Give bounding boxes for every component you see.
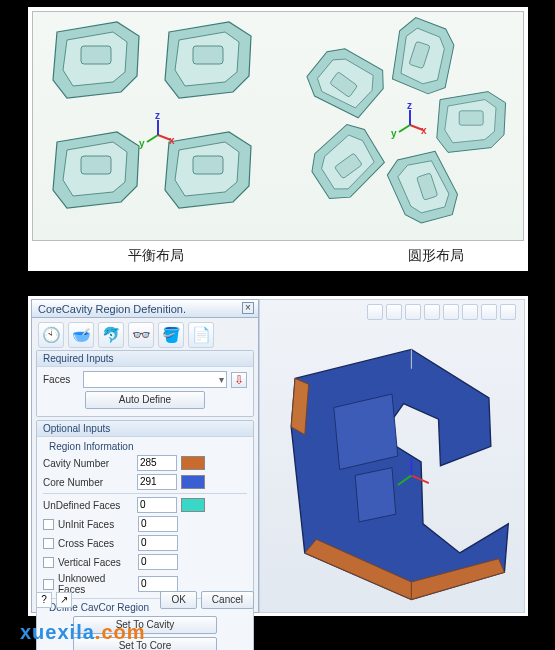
top-figure: x y z x y z 平衡布局 圆形布局 bbox=[28, 7, 528, 271]
svg-line-5 bbox=[399, 125, 410, 132]
core-number-value: 291 bbox=[137, 474, 177, 490]
dialog-toolbar: 🕙 🥣 🐬 👓 🪣 📄 bbox=[32, 318, 258, 350]
region-info-header: Region Information bbox=[49, 441, 247, 452]
close-icon[interactable]: × bbox=[242, 302, 254, 314]
footer-help-icon[interactable]: ? bbox=[36, 592, 52, 608]
watermark: xuexila.com bbox=[20, 621, 146, 644]
mini-tool-5[interactable] bbox=[443, 304, 459, 320]
toolbar-icon-4[interactable]: 👓 bbox=[128, 322, 154, 348]
cross-label: Cross Faces bbox=[58, 538, 134, 549]
faces-select[interactable] bbox=[83, 371, 227, 388]
vertical-label: Vertical Faces bbox=[58, 557, 134, 568]
unknown-value: 0 bbox=[138, 576, 178, 592]
viewport-3d[interactable] bbox=[259, 299, 525, 613]
toolbar-icon-5[interactable]: 🪣 bbox=[158, 322, 184, 348]
dialog-title-bar[interactable]: CoreCavity Region Defenition. × bbox=[32, 300, 258, 318]
ok-button[interactable]: OK bbox=[160, 591, 196, 609]
bottom-figure: CoreCavity Region Defenition. × 🕙 🥣 🐬 👓 … bbox=[28, 296, 528, 616]
mini-tool-3[interactable] bbox=[405, 304, 421, 320]
model-3d-view bbox=[266, 330, 518, 601]
core-color-swatch[interactable] bbox=[181, 475, 205, 489]
cancel-button[interactable]: Cancel bbox=[201, 591, 254, 609]
core-number-label: Core Number bbox=[43, 477, 133, 488]
vertical-checkbox[interactable] bbox=[43, 557, 54, 568]
required-header: Required Inputs bbox=[37, 351, 253, 367]
unknown-checkbox[interactable] bbox=[43, 579, 54, 590]
toolbar-icon-2[interactable]: 🥣 bbox=[68, 322, 94, 348]
vertical-value: 0 bbox=[138, 554, 178, 570]
footer-arrow-icon[interactable]: ↗ bbox=[56, 592, 72, 608]
cross-value: 0 bbox=[138, 535, 178, 551]
mini-tool-1[interactable] bbox=[367, 304, 383, 320]
watermark-text2: .com bbox=[95, 621, 146, 643]
undefined-faces-label: UnDefined Faces bbox=[43, 500, 133, 511]
cross-checkbox[interactable] bbox=[43, 538, 54, 549]
dialog-footer: ? ↗ OK Cancel bbox=[36, 591, 254, 609]
label-circular: 圆形布局 bbox=[408, 247, 464, 265]
mini-tool-4[interactable] bbox=[424, 304, 440, 320]
cavity-number-value: 285 bbox=[137, 455, 177, 471]
mini-tool-2[interactable] bbox=[386, 304, 402, 320]
faces-label: Faces bbox=[43, 374, 79, 385]
corecavity-dialog: CoreCavity Region Defenition. × 🕙 🥣 🐬 👓 … bbox=[31, 299, 259, 613]
faces-drop-icon[interactable]: ⇩ bbox=[231, 372, 247, 388]
mini-tool-6[interactable] bbox=[462, 304, 478, 320]
svg-line-2 bbox=[147, 135, 158, 142]
coord-axes-right: x y z bbox=[395, 110, 425, 140]
watermark-text1: xuexila bbox=[20, 621, 95, 643]
optional-inputs-group: Optional Inputs Region Information Cavit… bbox=[36, 420, 254, 650]
toolbar-icon-6[interactable]: 📄 bbox=[188, 322, 214, 348]
undefined-color-swatch[interactable] bbox=[181, 498, 205, 512]
undefined-faces-value: 0 bbox=[137, 497, 177, 513]
cavity-color-swatch[interactable] bbox=[181, 456, 205, 470]
uninit-value: 0 bbox=[138, 516, 178, 532]
toolbar-icon-1[interactable]: 🕙 bbox=[38, 322, 64, 348]
mini-tool-7[interactable] bbox=[481, 304, 497, 320]
uninit-checkbox[interactable] bbox=[43, 519, 54, 530]
auto-define-button[interactable]: Auto Define bbox=[85, 391, 205, 409]
optional-header: Optional Inputs bbox=[37, 421, 253, 437]
coord-axes-left: x y z bbox=[143, 120, 173, 150]
label-balanced: 平衡布局 bbox=[128, 247, 184, 265]
viewport-mini-toolbar bbox=[367, 304, 516, 320]
toolbar-icon-3[interactable]: 🐬 bbox=[98, 322, 124, 348]
dialog-title: CoreCavity Region Defenition. bbox=[38, 303, 186, 315]
top-render-area: x y z x y z bbox=[32, 11, 524, 241]
required-inputs-group: Required Inputs Faces ⇩ Auto Define bbox=[36, 350, 254, 417]
uninit-label: UnInit Faces bbox=[58, 519, 134, 530]
mini-tool-8[interactable] bbox=[500, 304, 516, 320]
cavity-number-label: Cavity Number bbox=[43, 458, 133, 469]
